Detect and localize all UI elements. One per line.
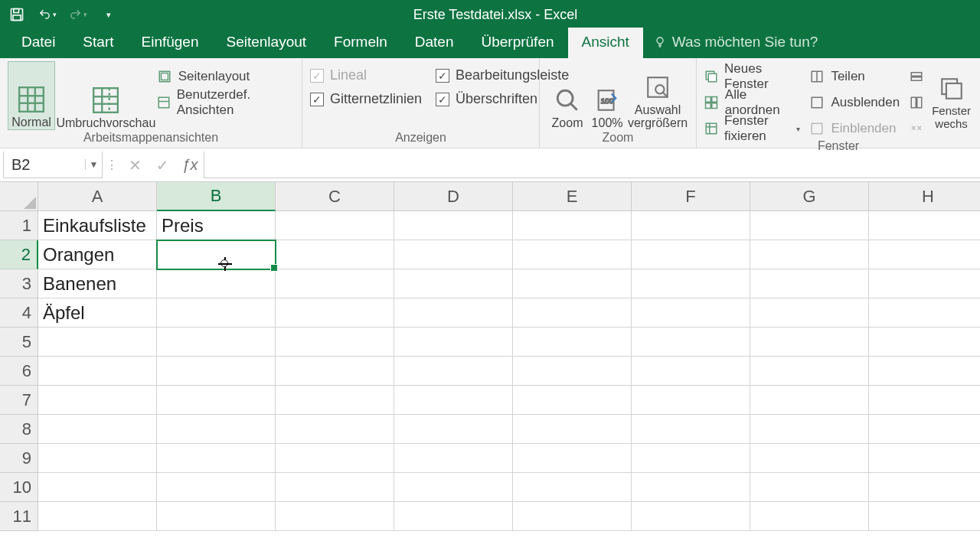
cell[interactable] — [750, 415, 869, 444]
cell[interactable] — [276, 211, 394, 240]
cell[interactable] — [276, 386, 394, 415]
cell[interactable] — [276, 357, 394, 386]
row-header[interactable]: 10 — [0, 473, 38, 502]
cell[interactable] — [869, 502, 980, 531]
tell-me-search[interactable]: Was möchten Sie tun? — [643, 28, 828, 58]
tab-start[interactable]: Start — [69, 28, 127, 58]
cell[interactable] — [513, 357, 632, 386]
cell[interactable]: Äpfel — [38, 298, 157, 328]
cell[interactable] — [38, 328, 157, 357]
cell[interactable] — [157, 357, 276, 386]
cell[interactable] — [394, 444, 513, 473]
cell[interactable] — [869, 386, 980, 415]
cell[interactable] — [157, 269, 276, 298]
row-header[interactable]: 7 — [0, 386, 38, 415]
cell[interactable] — [632, 240, 750, 269]
cell[interactable] — [750, 211, 869, 240]
column-header[interactable]: A — [38, 182, 157, 211]
row-header[interactable]: 1 — [0, 211, 38, 240]
qat-customize-icon[interactable]: ▾ — [100, 5, 118, 24]
view-pagelayout-button[interactable]: Seitenlayout — [157, 66, 294, 87]
cell[interactable] — [750, 444, 869, 473]
cell[interactable] — [394, 328, 513, 357]
cell[interactable] — [38, 357, 157, 386]
cell[interactable] — [276, 444, 394, 473]
cell[interactable] — [869, 328, 980, 357]
cell[interactable] — [750, 473, 869, 502]
cell[interactable] — [394, 502, 513, 531]
column-header[interactable]: G — [750, 182, 869, 211]
cell[interactable] — [276, 328, 394, 357]
fx-button[interactable]: ƒx — [176, 148, 204, 181]
cell[interactable] — [632, 298, 750, 328]
cell[interactable] — [38, 473, 157, 502]
view-custom-button[interactable]: Benutzerdef. Ansichten — [157, 92, 294, 113]
cell[interactable] — [632, 415, 750, 444]
cell[interactable] — [750, 502, 869, 531]
cell[interactable] — [38, 415, 157, 444]
name-box[interactable]: B2 ▼ — [3, 152, 103, 178]
cell[interactable] — [513, 298, 632, 328]
row-header[interactable]: 5 — [0, 328, 38, 357]
cell[interactable] — [394, 415, 513, 444]
cell[interactable] — [869, 415, 980, 444]
cell[interactable]: Orangen — [38, 240, 157, 269]
cell[interactable] — [750, 328, 869, 357]
cell[interactable] — [869, 240, 980, 269]
cell[interactable] — [276, 502, 394, 531]
tab-daten[interactable]: Daten — [401, 28, 468, 58]
cell[interactable] — [750, 240, 869, 269]
cell[interactable] — [750, 357, 869, 386]
cell[interactable] — [869, 269, 980, 298]
cell[interactable] — [513, 444, 632, 473]
cell[interactable] — [750, 386, 869, 415]
cell[interactable] — [38, 444, 157, 473]
tab-ueberpruefen[interactable]: Überprüfen — [467, 28, 567, 58]
misc-window-button-1[interactable] — [909, 66, 924, 87]
cell[interactable] — [632, 444, 750, 473]
column-header[interactable]: F — [632, 182, 750, 211]
column-header[interactable]: C — [276, 182, 394, 211]
hide-button[interactable]: Ausblenden — [809, 92, 900, 113]
cell[interactable] — [632, 328, 750, 357]
zoom-button[interactable]: Zoom — [547, 61, 587, 130]
cell[interactable] — [394, 473, 513, 502]
zoom-selection-button[interactable]: Auswahl vergrößern — [627, 61, 688, 130]
view-pagebreak-button[interactable]: Umbruchvorschau — [55, 61, 157, 130]
cell[interactable] — [276, 415, 394, 444]
column-header[interactable]: B — [157, 182, 276, 211]
cell[interactable] — [394, 211, 513, 240]
cell[interactable] — [276, 298, 394, 328]
cell[interactable] — [513, 211, 632, 240]
zoom-100-button[interactable]: 100 100% — [587, 61, 627, 130]
cell[interactable] — [869, 298, 980, 328]
redo-icon[interactable]: ▾ — [69, 5, 87, 24]
cell[interactable] — [157, 502, 276, 531]
tab-ansicht[interactable]: Ansicht — [568, 28, 643, 58]
row-header[interactable]: 11 — [0, 502, 38, 531]
column-header[interactable]: H — [869, 182, 980, 211]
cell[interactable] — [632, 502, 750, 531]
cell[interactable] — [869, 211, 980, 240]
cell[interactable] — [632, 473, 750, 502]
cell[interactable] — [157, 444, 276, 473]
cell[interactable] — [869, 473, 980, 502]
cell[interactable]: Banenen — [38, 269, 157, 298]
cell[interactable] — [513, 473, 632, 502]
cell[interactable] — [276, 269, 394, 298]
cell[interactable] — [513, 415, 632, 444]
cell[interactable] — [513, 386, 632, 415]
arrange-all-button[interactable]: Alle anordnen — [704, 92, 800, 113]
cell[interactable] — [394, 240, 513, 269]
undo-icon[interactable]: ▾ — [38, 5, 57, 24]
split-button[interactable]: Teilen — [809, 66, 900, 87]
column-header[interactable]: D — [394, 182, 513, 211]
cell[interactable] — [513, 328, 632, 357]
cell[interactable] — [513, 240, 632, 269]
cell[interactable]: Preis — [157, 211, 276, 240]
cell[interactable] — [394, 269, 513, 298]
select-all-corner[interactable] — [0, 182, 38, 211]
freeze-panes-button[interactable]: Fenster fixieren▾ — [704, 118, 800, 139]
cell[interactable] — [38, 502, 157, 531]
row-header[interactable]: 4 — [0, 298, 38, 328]
